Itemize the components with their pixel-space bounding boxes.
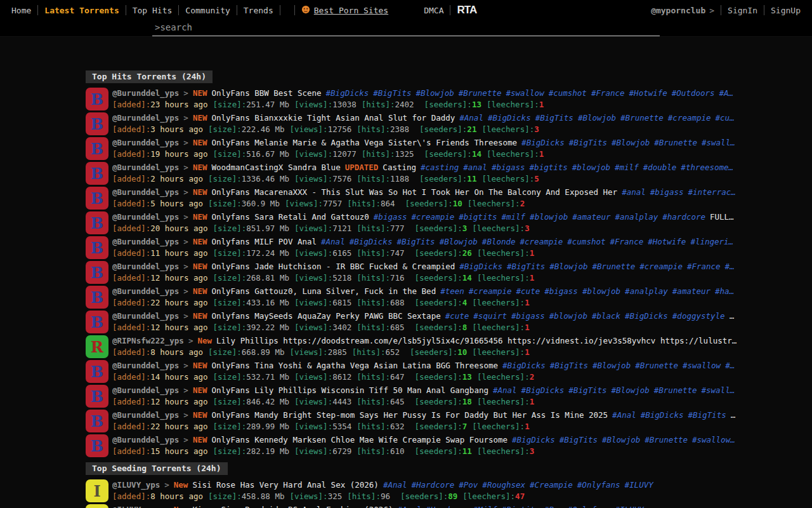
uploader-link[interactable]: @Burunddel_yps — [112, 410, 179, 420]
tag-link[interactable]: #bigtits — [459, 212, 497, 222]
uploader-avatar[interactable]: B — [86, 286, 108, 309]
tag-link[interactable]: #BigTits — [569, 138, 607, 147]
tag-link[interactable]: #… — [725, 361, 735, 370]
tag-link[interactable]: #blowjob — [572, 163, 610, 172]
tag-link[interactable]: #Milf — [473, 505, 497, 508]
tag-link[interactable]: #swallow — [683, 361, 721, 370]
uploader-link[interactable]: @Burunddel_yps — [112, 138, 179, 147]
title-text[interactable]: WoodmanCastingX Sandra Blue — [211, 163, 340, 172]
tag-link[interactable]: #Bigtits — [501, 505, 539, 508]
title-text[interactable]: OnlyFans Lily Phillips Wisconsin Tiff 50… — [211, 385, 488, 395]
tag-link[interactable]: #Onlyfans — [568, 505, 611, 508]
tag-link[interactable]: #Brunette — [620, 113, 664, 123]
tag-link[interactable]: #Blowjob — [416, 88, 454, 98]
title-text[interactable]: Onlyfans MILF POV Anal — [211, 237, 317, 246]
tag-link[interactable]: #BigTits — [560, 435, 598, 444]
uploader-link[interactable]: @Burunddel_yps — [112, 163, 179, 172]
title-text[interactable]: OnlyFans BBW Best Scene — [211, 88, 321, 98]
tag-link[interactable]: #ILUVY — [615, 505, 644, 508]
tag-link[interactable]: #France — [610, 237, 644, 246]
uploader-avatar[interactable]: B — [86, 360, 108, 383]
signin-link[interactable]: SignIn — [721, 6, 764, 15]
uploader-avatar[interactable]: I — [86, 504, 108, 508]
title-text[interactable]: OnlyFans Mandy Bright Step-mom Says Her … — [211, 410, 608, 420]
title-text[interactable]: Casting — [383, 163, 416, 172]
tag-link[interactable]: #doggystyle — [672, 311, 725, 321]
uploader-link[interactable]: @Burunddel_yps — [112, 311, 179, 321]
tag-link[interactable]: #BigTits — [568, 385, 606, 395]
title-text[interactable]: Sisi Rose Has Very Hard Anal Sex (2026) — [192, 480, 379, 490]
tag-link[interactable]: #cute — [516, 286, 540, 296]
uploader-avatar[interactable]: B — [86, 162, 108, 185]
tag-link[interactable]: #Creampie — [530, 480, 573, 490]
tag-link[interactable]: #cumshot — [549, 88, 587, 98]
tag-link[interactable]: #squirt — [473, 311, 507, 321]
tag-link[interactable]: #Hotwife — [648, 237, 686, 246]
tag-link[interactable]: #Roughsex — [482, 480, 525, 490]
tag-link[interactable]: #cute — [445, 311, 469, 321]
tag-link[interactable]: #ILUVY — [625, 480, 653, 490]
tag-link[interactable]: #Hardcore — [426, 505, 469, 508]
title-text[interactable]: Kissa Sins Roadside BG Anal Fucking (202… — [192, 505, 393, 508]
uploader-link[interactable]: @Burunddel_yps — [112, 212, 179, 222]
tag-link[interactable]: #BigDicks — [488, 113, 531, 123]
tag-link[interactable]: #swall… — [702, 385, 735, 395]
tag-link[interactable]: #Anal — [459, 113, 483, 123]
tag-link[interactable]: #cumshot — [567, 237, 605, 246]
tag-link[interactable]: #creampie — [412, 212, 455, 222]
tag-link[interactable]: #BigDicks — [521, 138, 565, 147]
tag-link[interactable]: #Brunette — [654, 138, 697, 147]
tag-link[interactable]: #ha… — [715, 286, 734, 296]
title-text[interactable]: … — [731, 410, 736, 420]
title-text[interactable]: OnlyFans Gattouz0, Luna Silver, Fuck in … — [211, 286, 436, 296]
signup-link[interactable]: SignUp — [764, 6, 807, 15]
tag-link[interactable]: #bigass — [492, 163, 525, 172]
tag-link[interactable]: #swallow — [506, 88, 544, 98]
title-text[interactable]: OnlyFans Kennedy Marksen Chloe Mae Wife … — [211, 435, 508, 444]
tag-link[interactable]: #Blowjob — [602, 435, 640, 444]
title-text[interactable]: Onlyfans MaySeeds AquaZay Perky PAWG BBC… — [211, 311, 440, 321]
tag-link[interactable]: #threesome… — [681, 163, 733, 172]
tag-link[interactable]: #Hotwife — [629, 88, 667, 98]
uploader-avatar[interactable]: B — [86, 311, 108, 333]
tag-link[interactable]: #BigDicks — [502, 361, 546, 370]
uploader-avatar[interactable]: B — [86, 434, 108, 457]
uploader-avatar[interactable]: B — [86, 236, 108, 259]
tag-link[interactable]: #bigtits — [530, 163, 568, 172]
uploader-avatar[interactable]: B — [86, 112, 108, 135]
uploader-avatar[interactable]: R — [86, 335, 108, 358]
tag-link[interactable]: #Brunette — [459, 88, 502, 98]
tag-link[interactable]: #Blonde — [482, 237, 516, 246]
title-text[interactable]: FULL… — [710, 212, 734, 222]
nav-item-trends[interactable]: Trends — [237, 6, 280, 15]
tag-link[interactable]: #… — [725, 262, 735, 271]
tag-link[interactable]: #creampie — [469, 286, 512, 296]
uploader-avatar[interactable]: B — [86, 187, 108, 210]
uploader-link[interactable]: @ILUVY_yps — [112, 480, 160, 490]
tag-link[interactable]: #BigDicks — [625, 311, 668, 321]
title-text[interactable]: Onlyfans Sara Retali And Gattouz0 — [211, 212, 369, 222]
uploader-link[interactable]: @Burunddel_yps — [112, 237, 179, 246]
tag-link[interactable]: #anal — [622, 187, 646, 197]
tag-link[interactable]: #anal — [463, 163, 487, 172]
title-text[interactable]: OnlyFans Jade Hutchison - IR BBC Fucked … — [211, 262, 455, 271]
tag-link[interactable]: #creampie — [520, 237, 563, 246]
tag-link[interactable]: #Blowjob — [612, 385, 650, 395]
tag-link[interactable]: #Hardcore — [412, 480, 455, 490]
nav-item-home[interactable]: Home — [5, 6, 37, 15]
tag-link[interactable]: #blowjob — [530, 212, 568, 222]
tag-link[interactable]: #Onlyfans — [577, 480, 620, 490]
nav-item-community[interactable]: Community — [179, 6, 236, 15]
tag-link[interactable]: #Brunette — [592, 262, 635, 271]
tag-link[interactable]: #BigTits — [396, 237, 435, 246]
uploader-avatar[interactable]: B — [86, 211, 108, 234]
uploader-link[interactable]: @Burunddel_yps — [112, 113, 179, 123]
tag-link[interactable]: #creampie — [639, 262, 683, 271]
tag-link[interactable]: #BigTits — [535, 113, 573, 123]
tag-link[interactable]: #Pov — [544, 505, 563, 508]
uploader-link[interactable]: @Burunddel_yps — [112, 88, 179, 98]
tag-link[interactable]: #BigDicks — [512, 435, 555, 444]
tag-link[interactable]: #Blowjob — [578, 113, 616, 123]
title-text[interactable]: OnlyFans Bianxxxkie Tight Asian Anal Slu… — [211, 113, 455, 123]
tag-link[interactable]: #amateur — [572, 212, 610, 222]
